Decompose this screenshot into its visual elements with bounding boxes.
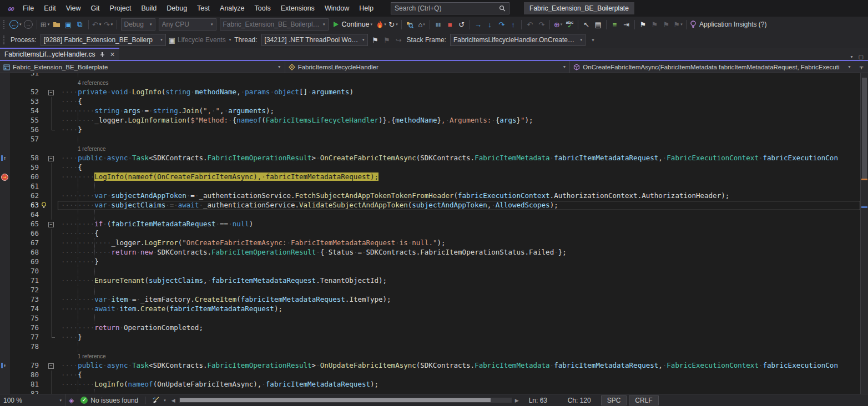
current-statement-icon[interactable]: → — [1, 174, 8, 181]
breakpoint-margin[interactable]: → — [0, 172, 10, 182]
solution-platforms-dropdown[interactable]: Any CPU▾ — [159, 18, 216, 31]
outlining-margin[interactable] — [47, 380, 58, 389]
breakpoint-margin[interactable] — [0, 73, 10, 78]
step-into-button[interactable]: ↓ — [484, 18, 496, 31]
breakpoint-margin[interactable] — [0, 342, 10, 352]
codelens-references[interactable]: 1 reference — [78, 146, 106, 152]
thread-dropdown[interactable]: [34212] .NET ThreadPool Worker▾ — [261, 34, 368, 46]
spell-check-button[interactable]: abc✓ — [564, 18, 576, 31]
breakpoint-margin[interactable] — [0, 286, 10, 295]
clear-bookmarks-button[interactable]: ⚑▾ — [672, 18, 684, 31]
outlining-margin[interactable] — [47, 276, 58, 286]
outlining-margin[interactable] — [47, 286, 58, 295]
breakpoint-margin[interactable] — [0, 182, 10, 191]
outlining-margin[interactable] — [47, 172, 58, 182]
continue-button[interactable]: Continue▾ — [330, 18, 376, 31]
fold-collapse-icon[interactable]: − — [48, 156, 54, 161]
process-dropdown[interactable]: [9288] Fabric_Extension_BE_Boilerp▾ — [41, 34, 166, 46]
breakpoint-margin[interactable] — [0, 106, 10, 116]
outlining-margin[interactable] — [47, 182, 58, 191]
outlining-margin[interactable] — [47, 248, 58, 257]
fold-collapse-icon[interactable]: − — [48, 222, 54, 227]
zoom-select[interactable]: 100 % ▾ — [0, 394, 65, 406]
menu-tools[interactable]: Tools — [250, 0, 276, 17]
outlining-margin[interactable] — [47, 371, 58, 380]
column-indicator[interactable]: Ch: 120 — [568, 397, 599, 404]
outlining-margin[interactable]: − — [47, 361, 58, 371]
copilot-status-icon[interactable]: ◈ — [65, 397, 77, 404]
outlining-margin[interactable] — [47, 201, 58, 210]
lifecycle-events-button[interactable]: ▣Lifecycle Events▾ — [168, 33, 233, 47]
sort-lines-button[interactable]: ≡ — [609, 18, 620, 31]
outlining-margin[interactable] — [47, 125, 58, 135]
close-icon[interactable]: × — [110, 50, 114, 59]
document-health-indicator[interactable]: ✓ No issues found — [77, 397, 142, 404]
outlining-margin[interactable] — [47, 257, 58, 267]
breakpoint-margin[interactable]: ↑ — [0, 154, 10, 163]
horizontal-scrollbar[interactable] — [179, 398, 512, 403]
outlining-margin[interactable] — [47, 295, 58, 304]
undo-secondary-button[interactable]: ↶ — [524, 18, 536, 31]
outlining-margin[interactable] — [47, 304, 58, 314]
vertical-scrollbar[interactable] — [860, 73, 868, 394]
outlining-margin[interactable]: − — [47, 88, 58, 97]
menu-extensions[interactable]: Extensions — [276, 0, 320, 17]
breakpoint-margin[interactable] — [0, 352, 10, 361]
pin-icon[interactable] — [99, 52, 105, 58]
scroll-left-arrow[interactable]: ◀ — [169, 398, 178, 403]
startup-projects-dropdown[interactable]: Fabric_Extension_BE_Boilerplate▾ — [220, 18, 329, 31]
outlining-margin[interactable] — [47, 135, 58, 144]
menu-test[interactable]: Test — [192, 0, 215, 17]
menu-git[interactable]: Git — [86, 0, 105, 17]
save-button[interactable]: ▣ — [63, 18, 74, 31]
prev-bookmark-button[interactable]: ⚑ — [649, 18, 660, 31]
restart-button[interactable]: ↺ — [456, 18, 467, 31]
restart-application-button[interactable]: ↻▾ — [387, 18, 399, 31]
type-dropdown[interactable]: FabricItemsLifecycleHandler ▼ — [285, 61, 571, 73]
toggle-bookmark-button[interactable]: ⚑ — [637, 18, 649, 31]
step-out-button[interactable]: ↑ — [507, 18, 519, 31]
outlining-margin[interactable] — [47, 73, 58, 78]
outlining-margin[interactable] — [47, 116, 58, 125]
outlining-margin[interactable]: − — [47, 220, 58, 229]
menu-analyze[interactable]: Analyze — [215, 0, 249, 17]
fold-collapse-icon[interactable]: − — [48, 90, 54, 95]
fold-collapse-icon[interactable]: − — [48, 363, 54, 369]
outlining-margin[interactable] — [47, 352, 58, 361]
breakpoint-margin[interactable]: ↑ — [0, 361, 10, 371]
menu-help[interactable]: Help — [354, 0, 379, 17]
new-project-button[interactable]: ⊞▾ — [39, 18, 51, 31]
open-file-button[interactable] — [51, 18, 63, 31]
debug-windows-button[interactable]: ⌂▾ — [416, 18, 427, 31]
next-thread-button[interactable]: ↪ — [393, 33, 405, 47]
redo-button[interactable]: ↷▾ — [103, 18, 114, 31]
breakpoint-margin[interactable] — [0, 389, 10, 394]
breakpoint-margin[interactable] — [0, 257, 10, 267]
undo-button[interactable]: ↶▾ — [91, 18, 103, 31]
horizontal-scrollbar-thumb[interactable] — [180, 398, 491, 402]
breakpoint-margin[interactable] — [0, 220, 10, 229]
breakpoint-margin[interactable] — [0, 116, 10, 125]
flag-threads-button[interactable]: ⚑ — [381, 33, 393, 47]
breakpoint-margin[interactable] — [0, 78, 10, 88]
breakpoint-margin[interactable] — [0, 229, 10, 238]
lightbulb-icon[interactable] — [41, 202, 47, 209]
breakpoint-margin[interactable] — [0, 135, 10, 144]
solution-configurations-dropdown[interactable]: Debug▾ — [121, 18, 155, 31]
outlining-margin[interactable] — [47, 163, 58, 172]
application-insights-button[interactable]: Application Insights (?) — [689, 18, 770, 31]
outlining-margin[interactable] — [47, 314, 58, 323]
code-map-button[interactable]: ⊕▾ — [552, 18, 564, 31]
scrollbar-thumb[interactable] — [862, 78, 867, 180]
tab-list-chevron-icon[interactable]: ▾ — [851, 54, 853, 59]
solution-badge[interactable]: Fabric_Extension_BE_Boilerplate — [524, 2, 634, 14]
menu-window[interactable]: Window — [320, 0, 354, 17]
stop-debugging-button[interactable]: ■ — [444, 18, 456, 31]
member-dropdown[interactable]: OnCreateFabricItemAsync(FabricItemMetada… — [570, 61, 855, 73]
breakpoint-margin[interactable] — [0, 163, 10, 172]
outlining-margin[interactable] — [47, 267, 58, 276]
outlining-margin[interactable] — [47, 144, 58, 154]
spaces-indicator[interactable]: SPC — [601, 395, 627, 405]
navigate-backward-button[interactable]: ←▾ — [8, 18, 23, 31]
breakpoint-margin[interactable] — [0, 304, 10, 314]
